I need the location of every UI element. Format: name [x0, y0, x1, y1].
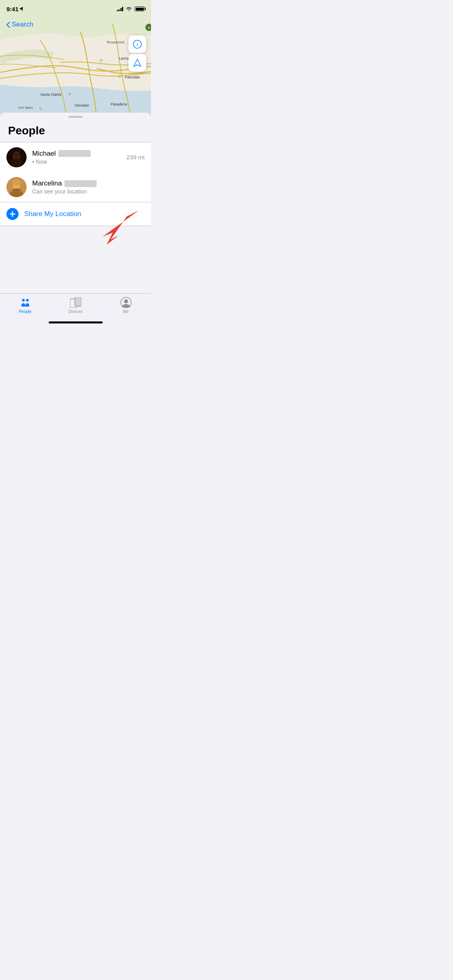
- home-indicator: [49, 321, 103, 323]
- svg-text:i: i: [137, 41, 138, 47]
- devices-icon: [70, 297, 81, 308]
- svg-text:Pasadena: Pasadena: [111, 102, 127, 106]
- search-back-bar: Search: [0, 18, 151, 31]
- map-controls: i: [128, 35, 146, 72]
- tab-me[interactable]: Me: [101, 297, 151, 314]
- michael-first-name: Michael: [32, 150, 56, 158]
- svg-point-32: [26, 299, 29, 302]
- marcelina-name-row: Marcelina: [32, 179, 145, 187]
- status-icons: [117, 6, 145, 11]
- michael-avatar-svg: [6, 147, 27, 167]
- back-label: Search: [12, 21, 33, 29]
- status-time: 9:41: [6, 6, 24, 12]
- svg-point-37: [124, 299, 128, 303]
- location-arrow-icon: [20, 6, 24, 11]
- back-button[interactable]: Search: [6, 21, 33, 29]
- svg-rect-35: [75, 298, 81, 306]
- marcelina-info: Marcelina Can see your location: [32, 179, 145, 195]
- back-chevron-icon: [6, 22, 10, 28]
- tab-me-label: Me: [123, 309, 129, 314]
- michael-name-row: Michael: [32, 150, 126, 158]
- location-arrow-btn-icon: [133, 58, 142, 67]
- people-icon: [20, 298, 31, 307]
- michael-distance: 239 mi: [126, 154, 145, 161]
- tab-people-label: People: [19, 309, 31, 314]
- wifi-icon: [126, 6, 132, 11]
- devices-tab-icon: [70, 297, 81, 308]
- michael-subtitle: • Now: [32, 159, 126, 165]
- person-row-marcelina[interactable]: Marcelina Can see your location: [0, 172, 151, 202]
- tab-devices[interactable]: Devices: [50, 297, 101, 314]
- share-location-label: Share My Location: [24, 210, 81, 218]
- location-button[interactable]: [128, 54, 146, 72]
- svg-text:Santa Clarita: Santa Clarita: [40, 93, 61, 97]
- michael-last-name-blurred: [58, 150, 91, 157]
- svg-point-26: [14, 152, 19, 158]
- svg-text:Glendale: Glendale: [74, 103, 89, 107]
- svg-point-30: [12, 179, 21, 186]
- svg-text:Rosamond: Rosamond: [107, 40, 124, 44]
- info-icon: i: [133, 40, 142, 49]
- svg-text:Palmdale: Palmdale: [125, 75, 140, 79]
- me-icon: [120, 297, 132, 308]
- svg-point-25: [11, 159, 22, 167]
- me-tab-icon: [120, 297, 132, 308]
- people-tab-icon: [20, 297, 31, 308]
- avatar-michael: [6, 147, 27, 167]
- marcelina-subtitle: Can see your location: [32, 188, 145, 195]
- status-bar: 9:41: [0, 0, 151, 18]
- annotation-arrow: [91, 206, 143, 248]
- marcelina-last-name-blurred: [64, 180, 97, 187]
- section-title: People: [0, 124, 151, 142]
- tab-people[interactable]: People: [0, 297, 50, 314]
- avatar-marcelina: [6, 177, 27, 197]
- time-display: 9:41: [6, 6, 19, 12]
- signal-bars-icon: [117, 6, 124, 11]
- marcelina-avatar-svg: [6, 177, 27, 197]
- red-arrow-svg: [91, 206, 143, 247]
- person-row-michael[interactable]: Michael • Now 239 mi: [0, 142, 151, 172]
- share-plus-button[interactable]: [6, 208, 19, 220]
- svg-point-31: [22, 299, 25, 302]
- marcelina-first-name: Marcelina: [32, 179, 62, 187]
- info-button[interactable]: i: [128, 35, 146, 53]
- battery-icon: [134, 6, 145, 11]
- tab-devices-label: Devices: [68, 309, 83, 314]
- plus-icon: [9, 211, 16, 217]
- michael-info: Michael • Now: [32, 150, 126, 165]
